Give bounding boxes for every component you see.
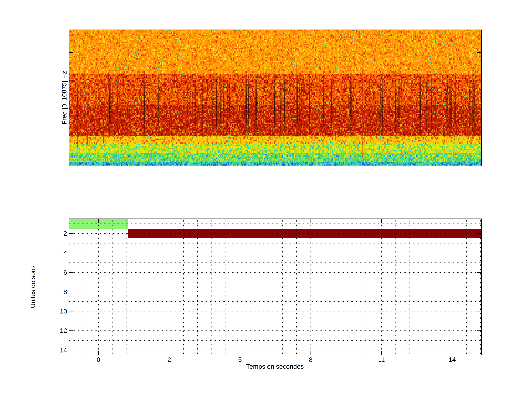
v-gridline — [169, 219, 169, 355]
v-gridline — [296, 219, 297, 355]
h-gridline — [69, 330, 481, 331]
y-tick-label: 10 — [45, 308, 67, 315]
spectrogram-y-axis-label: Freq [0, 10875] Hz — [61, 71, 68, 125]
spectrogram-x-tick-mark — [423, 162, 423, 166]
y-tick-mark — [69, 350, 73, 350]
spectrogram-y-tick-mark — [69, 109, 73, 109]
v-gridline — [395, 219, 396, 355]
y-tick-mark — [477, 311, 481, 311]
h-gridline — [69, 272, 481, 273]
spectrogram-y-tick-mark — [477, 165, 481, 165]
x-tick-mark — [169, 219, 169, 223]
v-gridline — [480, 219, 481, 355]
h-gridline — [69, 223, 481, 224]
spectrogram-x-tick-mark — [246, 30, 246, 34]
spectrogram-y-tick-mark — [477, 137, 481, 137]
v-gridline — [325, 219, 325, 355]
y-tick-mark — [477, 330, 481, 331]
v-gridline — [339, 219, 339, 355]
v-gridline — [155, 219, 155, 355]
h-gridline — [69, 233, 481, 234]
spectrogram-x-tick-mark — [187, 162, 187, 166]
spectrogram-x-tick-mark — [305, 30, 305, 34]
v-gridline — [310, 219, 311, 355]
v-gridline — [183, 219, 184, 355]
v-gridline — [410, 219, 410, 355]
h-gridline — [69, 350, 481, 350]
x-tick-label: 14 — [444, 356, 461, 363]
units-axes — [69, 219, 482, 355]
spectrogram-y-tick-mark — [69, 165, 73, 165]
v-gridline — [70, 219, 70, 355]
y-tick-label: 12 — [45, 327, 67, 334]
v-gridline — [98, 219, 99, 355]
spectrogram-x-tick-mark — [187, 30, 187, 34]
h-gridline — [69, 340, 481, 341]
x-axis-label: Temps en secondes — [69, 363, 481, 370]
v-gridline — [282, 219, 283, 355]
x-tick-mark — [310, 219, 311, 223]
v-gridline — [268, 219, 268, 355]
v-gridline — [353, 219, 353, 355]
h-gridline — [69, 243, 481, 243]
y-tick-mark — [69, 233, 73, 234]
v-gridline — [84, 219, 84, 355]
y-tick-label: 14 — [45, 347, 67, 354]
x-tick-mark — [169, 351, 169, 355]
x-tick-label: 8 — [302, 356, 319, 363]
x-tick-mark — [381, 351, 382, 355]
h-gridline — [69, 292, 481, 292]
spectrogram-x-tick-mark — [364, 162, 364, 166]
y-tick-mark — [477, 272, 481, 273]
v-gridline — [113, 219, 113, 355]
x-tick-label: 5 — [232, 356, 248, 363]
v-gridline — [381, 219, 382, 355]
x-tick-label: 0 — [90, 356, 107, 363]
spectrogram-x-tick-mark — [128, 30, 128, 34]
v-gridline — [141, 219, 141, 355]
x-tick-label: 11 — [373, 356, 390, 363]
y-tick-label: 6 — [45, 269, 67, 276]
spectrogram-y-tick-mark — [477, 81, 481, 81]
spectrogram-y-tick-mark — [69, 52, 73, 53]
spectrogram-y-tick-mark — [69, 81, 73, 81]
x-tick-mark — [310, 351, 311, 355]
v-gridline — [438, 219, 438, 355]
h-gridline — [69, 282, 481, 282]
spectrogram-y-tick-mark — [477, 52, 481, 53]
v-gridline — [226, 219, 226, 355]
y-tick-mark — [477, 233, 481, 234]
x-tick-mark — [452, 351, 452, 355]
x-tick-mark — [98, 351, 99, 355]
h-gridline — [69, 253, 481, 253]
spectrogram-x-tick-mark — [364, 30, 364, 34]
y-axis-label: Unites de sons — [29, 265, 37, 308]
y-tick-mark — [477, 292, 481, 292]
v-gridline — [211, 219, 212, 355]
y-tick-mark — [477, 350, 481, 350]
v-gridline — [452, 219, 452, 355]
figure: Freq [0, 10875] Hz Temps en secondes Uni… — [0, 0, 532, 399]
spectrogram-axes — [69, 30, 482, 166]
spectrogram-y-tick-mark — [477, 109, 481, 109]
spectrogram-x-tick-mark — [423, 30, 423, 34]
h-gridline — [69, 301, 481, 302]
v-gridline — [424, 219, 424, 355]
spectrogram-x-tick-mark — [128, 162, 128, 166]
x-tick-mark — [452, 219, 452, 223]
h-gridline — [69, 311, 481, 311]
spectrogram-x-tick-mark — [246, 162, 246, 166]
y-tick-mark — [69, 292, 73, 292]
v-gridline — [197, 219, 198, 355]
x-tick-label: 2 — [161, 356, 177, 363]
spectrogram-y-tick-mark — [69, 137, 73, 137]
y-tick-label: 8 — [45, 288, 67, 296]
v-gridline — [127, 219, 127, 355]
y-tick-mark — [69, 311, 73, 311]
h-gridline — [69, 262, 481, 263]
y-tick-mark — [69, 253, 73, 253]
y-tick-mark — [69, 330, 73, 331]
y-tick-mark — [477, 253, 481, 253]
y-tick-label: 4 — [45, 249, 67, 257]
x-tick-mark — [98, 219, 99, 223]
